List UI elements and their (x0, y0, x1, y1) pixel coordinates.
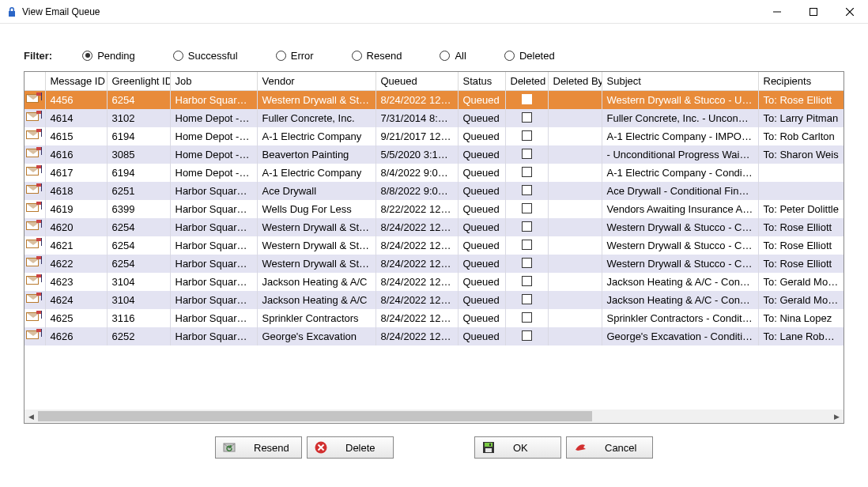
deleted-checkbox[interactable] (522, 94, 532, 104)
deleted-checkbox[interactable] (522, 112, 532, 123)
button-bar: Resend Delete OK Cancel (0, 436, 868, 459)
maximize-button[interactable] (795, 0, 832, 24)
cell-deleted (505, 273, 548, 291)
cell-deleted (505, 109, 548, 127)
table-row[interactable]: 46243104Harbor Square At...Jackson Heati… (25, 291, 843, 309)
cell-greenlight-id: 6399 (107, 200, 170, 218)
table-row[interactable]: 46233104Harbor Square At...Jackson Heati… (25, 273, 843, 291)
cell-vendor: Western Drywall & Stucco (257, 236, 376, 255)
cell-greenlight-id: 3085 (107, 145, 170, 164)
deleted-checkbox[interactable] (522, 312, 532, 323)
cell-subject: Jackson Heating & A/C - Conditio... (602, 291, 758, 309)
deleted-checkbox[interactable] (522, 130, 532, 141)
cell-deleted (505, 91, 548, 110)
deleted-checkbox[interactable] (522, 203, 532, 213)
horizontal-scrollbar[interactable]: ◀ ▶ (25, 410, 843, 423)
filter-radio-successful[interactable]: Successful (173, 50, 238, 62)
deleted-checkbox[interactable] (522, 276, 532, 286)
cell-job: Home Depot - S... (170, 109, 257, 127)
cell-deleted-by (548, 109, 602, 127)
cancel-button[interactable]: Cancel (566, 436, 653, 459)
filter-radio-deleted[interactable]: Deleted (504, 50, 555, 62)
col-subject[interactable]: Subject (602, 72, 758, 91)
row-icon-cell (25, 145, 45, 164)
mail-flag-icon (25, 236, 42, 252)
cell-status: Queued (458, 236, 505, 255)
col-status[interactable]: Status (458, 72, 505, 91)
cell-queued: 9/21/2017 12:1... (376, 127, 458, 145)
col-vendor[interactable]: Vendor (257, 72, 376, 91)
ok-button[interactable]: OK (474, 436, 561, 459)
scroll-left-arrow[interactable]: ◀ (25, 410, 38, 423)
cell-greenlight-id: 6254 (107, 255, 170, 273)
deleted-checkbox[interactable] (522, 258, 532, 268)
col-deleted[interactable]: Deleted (505, 72, 548, 91)
deleted-checkbox[interactable] (522, 294, 532, 304)
table-row[interactable]: 46186251Harbor Square At...Ace Drywall8/… (25, 182, 843, 200)
table-row[interactable]: 46216254Harbor Square At...Western Drywa… (25, 236, 843, 255)
email-grid: Message ID Greenlight ID Job Vendor Queu… (24, 71, 844, 424)
mail-flag-icon (25, 218, 42, 234)
col-queued[interactable]: Queued (376, 72, 458, 91)
deleted-checkbox[interactable] (522, 221, 532, 232)
row-icon-cell (25, 127, 45, 145)
deleted-checkbox[interactable] (522, 185, 532, 195)
cell-message-id: 4623 (45, 273, 107, 291)
minimize-button[interactable] (759, 0, 795, 24)
table-row[interactable]: 46253116Harbor Square At...Sprinkler Con… (25, 309, 843, 327)
cell-message-id: 4616 (45, 145, 107, 164)
col-message-id[interactable]: Message ID (45, 72, 107, 91)
svg-rect-7 (489, 444, 491, 446)
row-icon-cell (25, 327, 45, 345)
filter-radio-label: Resend (367, 50, 402, 62)
scroll-thumb[interactable] (38, 411, 592, 421)
table-row[interactable]: 46266252Harbor Square At...George's Exca… (25, 327, 843, 345)
col-job[interactable]: Job (170, 72, 257, 91)
table-row[interactable]: 46196399Harbor Square At...Wells Dug For… (25, 200, 843, 218)
col-icon[interactable] (25, 72, 45, 91)
filter-radio-error[interactable]: Error (276, 50, 314, 62)
cell-vendor: Jackson Heating & A/C (257, 273, 376, 291)
cell-subject: Western Drywall & Stucco - Condit... (602, 255, 758, 273)
row-icon-cell (25, 109, 45, 127)
cell-status: Queued (458, 273, 505, 291)
table-row[interactable]: 46156194Home Depot - S...A-1 Electric Co… (25, 127, 843, 145)
filter-radio-pending[interactable]: Pending (82, 50, 135, 62)
cell-recipients: To: Larry Pitman (758, 109, 843, 127)
deleted-checkbox[interactable] (522, 167, 532, 177)
table-row[interactable]: 46226254Harbor Square At...Western Drywa… (25, 255, 843, 273)
cell-deleted-by (548, 255, 602, 273)
mail-flag-icon (25, 255, 42, 270)
radio-bullet-icon (82, 51, 92, 61)
filter-radio-resend[interactable]: Resend (352, 50, 402, 62)
deleted-checkbox[interactable] (522, 330, 532, 341)
close-button[interactable] (832, 0, 868, 24)
cell-subject: Sprinkler Contractors - Conditiona... (602, 309, 758, 327)
col-recipients[interactable]: Recipients (758, 72, 843, 91)
cell-status: Queued (458, 218, 505, 236)
cell-greenlight-id: 3104 (107, 291, 170, 309)
grid-header-row: Message ID Greenlight ID Job Vendor Queu… (25, 72, 843, 91)
delete-label: Delete (345, 442, 376, 454)
cell-message-id: 4615 (45, 127, 107, 145)
resend-button[interactable]: Resend (215, 436, 302, 459)
col-greenlight-id[interactable]: Greenlight ID (107, 72, 170, 91)
table-row[interactable]: 46163085Home Depot - S...Beaverton Paint… (25, 145, 843, 164)
delete-button[interactable]: Delete (307, 436, 394, 459)
cell-message-id: 4626 (45, 327, 107, 345)
table-row[interactable]: 46176194Home Depot - S...A-1 Electric Co… (25, 164, 843, 182)
cell-deleted (505, 127, 548, 145)
deleted-checkbox[interactable] (522, 240, 532, 250)
table-row[interactable]: 46143102Home Depot - S...Fuller Concrete… (25, 109, 843, 127)
col-deleted-by[interactable]: Deleted By (548, 72, 602, 91)
filter-radio-all[interactable]: All (440, 50, 466, 62)
table-row[interactable]: 46206254Harbor Square At...Western Drywa… (25, 218, 843, 236)
scroll-right-arrow[interactable]: ▶ (830, 410, 843, 423)
deleted-checkbox[interactable] (522, 149, 532, 159)
cell-deleted (505, 309, 548, 327)
cell-subject: A-1 Electric Company - Condition... (602, 164, 758, 182)
cell-recipients: To: Rose Elliott (758, 255, 843, 273)
cell-vendor: A-1 Electric Company (257, 164, 376, 182)
table-row[interactable]: 44566254Harbor Square At...Western Drywa… (25, 91, 843, 110)
cell-job: Harbor Square At... (170, 327, 257, 345)
